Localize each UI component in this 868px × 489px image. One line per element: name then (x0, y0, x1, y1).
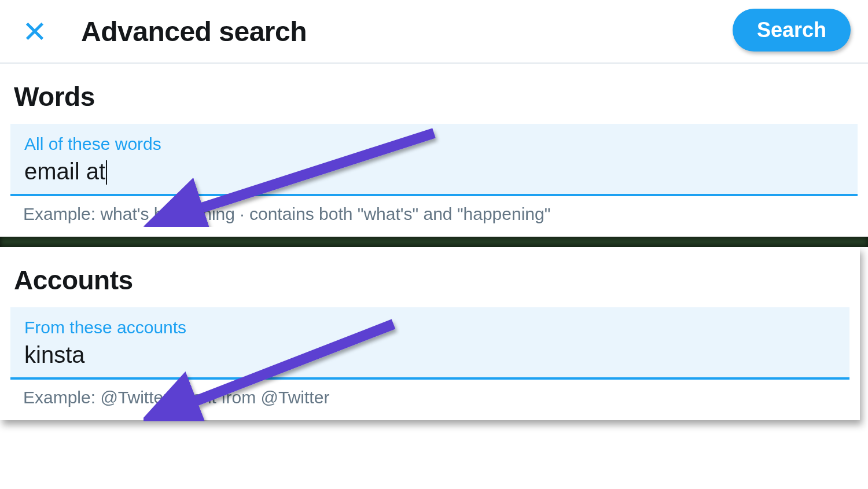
all-words-hint: Example: what's happening · contains bot… (0, 196, 868, 237)
close-button[interactable] (17, 14, 52, 49)
all-words-field[interactable]: All of these words email at (10, 124, 858, 196)
text-caret (106, 160, 107, 185)
from-accounts-input[interactable] (24, 340, 836, 372)
all-words-input[interactable]: email at (24, 156, 105, 188)
words-section-title: Words (0, 64, 868, 124)
header-bar: Advanced search Search (0, 0, 868, 64)
accounts-section: Accounts From these accounts Example: @T… (0, 247, 860, 420)
accounts-section-title: Accounts (0, 247, 860, 307)
all-words-label: All of these words (24, 134, 844, 154)
words-section: Words All of these words email at Exampl… (0, 64, 868, 237)
close-icon (23, 20, 46, 43)
panel-divider (0, 237, 868, 247)
from-accounts-label: From these accounts (24, 318, 836, 337)
page-title: Advanced search (81, 16, 307, 47)
from-accounts-hint: Example: @Twitter · sent from @Twitter (0, 380, 860, 420)
from-accounts-field[interactable]: From these accounts (10, 307, 849, 380)
search-button[interactable]: Search (733, 9, 851, 52)
